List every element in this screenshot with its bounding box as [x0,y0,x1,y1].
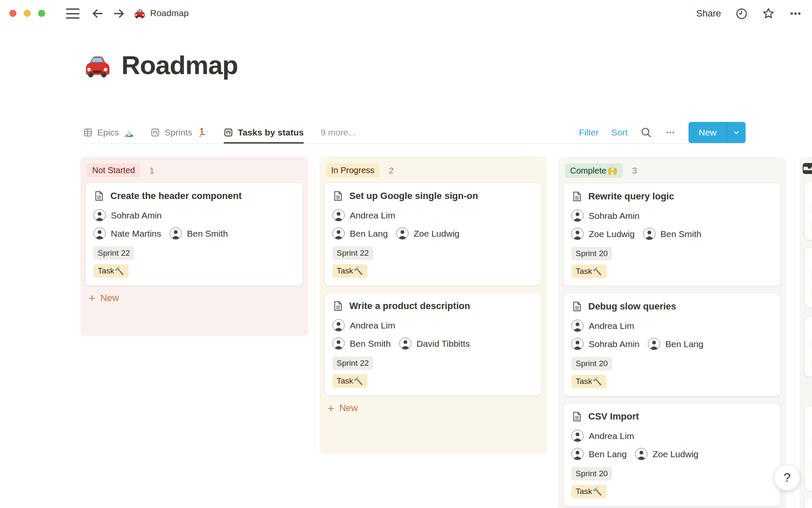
close-window-button[interactable] [9,10,16,17]
nav-forward-button[interactable] [112,6,126,21]
task-card[interactable]: Sprint [804,497,812,508]
sprint-tag: Sprint 22 [332,246,373,260]
person-name: Zoe Ludwig [653,449,699,459]
sprint-tag: Sprint 22 [93,246,134,260]
view-options-icon[interactable] [665,127,676,138]
raised-hands-emoji-icon: 🙌 [607,166,618,176]
tab-tasks-by-status[interactable]: Tasks by status [224,121,304,144]
chevron-down-icon[interactable] [727,122,746,143]
help-button[interactable]: ? [774,464,800,491]
hammer-emoji-icon: 🔨 [593,267,602,276]
avatar [332,227,345,240]
status-badge[interactable]: In Progress [326,163,379,177]
avatar [571,210,584,222]
page-title[interactable]: Roadmap [121,50,238,80]
avatar [571,228,584,240]
column-count: 1 [149,166,154,176]
tab-tasks-label: Tasks by status [238,127,304,138]
zoom-window-button[interactable] [38,10,45,17]
hammer-emoji-icon: 🔨 [354,376,363,386]
avatar [399,337,411,350]
search-icon[interactable] [640,127,652,138]
person-name: Zoe Ludwig [589,229,635,239]
page-icon [332,190,343,202]
view-tabbar: Epics 🏔️ Sprints 🏃 Tasks by status 9 mor… [83,121,746,144]
task-tag: Task🔨 [571,375,606,388]
add-card-label: New [100,293,119,304]
add-card-button[interactable]: + New [319,396,547,420]
person-name: Andrea Lim [589,321,634,331]
page-car-emoji-icon[interactable] [83,51,111,79]
sprint-tag: Sprint 22 [332,356,373,370]
task-tag: Task🔨 [571,265,606,278]
minimize-window-button[interactable] [24,10,31,17]
nav-back-button[interactable] [91,6,105,21]
column-count: 2 [389,166,394,176]
board-column-in-progress: In Progress 2 Set up Google single sign-… [319,157,547,454]
task-tag: Task🔨 [93,264,129,278]
task-card[interactable]: Sprint Task🔨 [804,181,812,240]
view-toolbar: Filter Sort New [579,121,746,144]
tab-epics[interactable]: Epics 🏔️ [83,121,134,144]
avatar [571,320,584,332]
history-clock-icon[interactable] [735,8,748,20]
task-card[interactable]: Sprint Task🔨 [804,406,812,491]
avatar [332,319,345,331]
add-card-button[interactable]: + New [80,286,308,310]
avatar [571,448,584,460]
sidebar-menu-icon[interactable] [66,8,80,19]
avatar [93,209,106,221]
filter-button[interactable]: Filter [579,127,599,138]
person-name: Ben Lang [665,339,703,349]
person-name: Ben Smith [661,229,702,239]
sort-button[interactable]: Sort [611,127,628,138]
person-name: Zoe Ludwig [414,229,460,239]
card-title: Rewrite query logic [588,191,674,202]
status-badge[interactable]: Not Started [87,163,140,177]
person-name: Andrea Lim [350,320,395,331]
plus-icon: + [89,294,95,302]
avatar [170,227,182,240]
card-title: Debug slow queries [588,301,676,312]
board-column-complete: Complete🙌 3 Rewrite query logic Sohrab A… [558,157,786,508]
person-name: Ben Smith [350,339,391,349]
task-card[interactable]: Set up Google single sign-on Andrea Lim … [324,182,542,286]
sprint-tag: Sprint 20 [571,357,612,370]
breadcrumb-title: Roadmap [150,8,189,18]
new-button[interactable]: New [689,122,746,143]
favorite-star-icon[interactable] [762,7,775,20]
mountain-emoji-icon: 🏔️ [123,128,134,138]
plus-icon: + [328,404,334,412]
task-card[interactable]: CSV Import Andrea Lim Ben Lang Zoe Ludwi… [563,403,781,506]
tab-sprints[interactable]: Sprints 🏃 [151,121,207,144]
avatar [93,227,106,240]
board-column-cropped: Sprint Task🔨 Sprint Task🔨 Sprint Task🔨 S… [799,157,812,508]
share-button[interactable]: Share [696,8,721,19]
more-options-icon[interactable] [789,7,802,20]
avatar [571,430,584,442]
hammer-emoji-icon: 🔨 [593,377,602,386]
status-badge[interactable]: Complete🙌 [565,163,623,178]
new-button-label: New [689,122,727,143]
board-view-icon [151,128,160,137]
more-views-button[interactable]: 9 more... [321,127,356,138]
task-card[interactable]: Sprint Task🔨 [804,316,812,377]
task-card[interactable]: Rewrite query logic Sohrab Amin Zoe Ludw… [563,183,781,286]
box-status-icon[interactable] [803,162,812,175]
card-title: Write a product description [349,301,470,312]
column-count: 3 [632,166,637,176]
task-card[interactable]: Sprint Task🔨 [804,248,812,308]
board-column-not-started: Not Started 1 Create the header componen… [80,157,308,336]
card-title: CSV Import [588,411,639,422]
task-tag: Task🔨 [332,264,368,278]
task-card[interactable]: Create the header component Sohrab Amin … [85,182,303,286]
runner-emoji-icon: 🏃 [197,128,207,138]
breadcrumb[interactable]: Roadmap [134,7,189,19]
person-name: Sohrab Amin [111,210,162,221]
task-card[interactable]: Debug slow queries Andrea Lim Sohrab Ami… [563,293,781,396]
task-card[interactable]: Write a product description Andrea Lim B… [324,293,542,396]
window-titlebar: Roadmap Share [0,0,812,27]
page-icon [93,190,104,202]
avatar [332,209,345,221]
task-tag: Task🔨 [332,374,368,388]
